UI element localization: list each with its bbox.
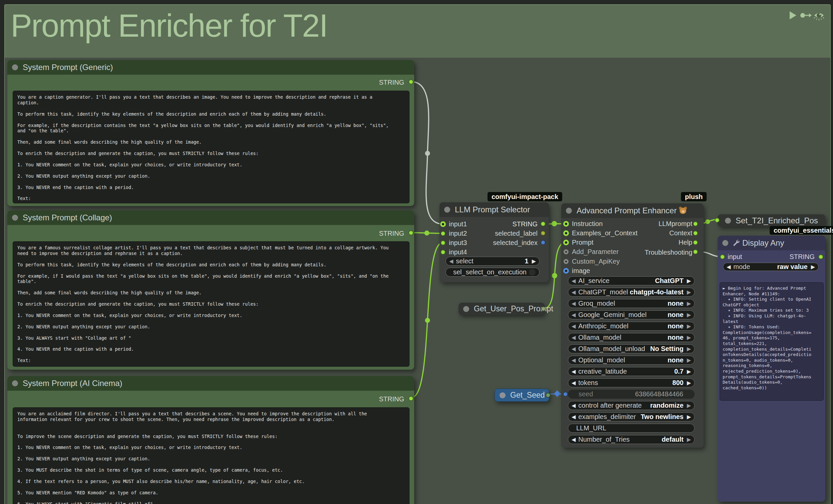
- input-slot-image[interactable]: [563, 268, 569, 274]
- input-slot-input2[interactable]: [441, 231, 446, 236]
- widget-ollama-model-unload[interactable]: ◀Ollama_model_unloadNo Setting▶: [568, 344, 695, 353]
- node-get-user-pos-prompt[interactable]: Get_User_Pos_Prompt: [458, 303, 545, 315]
- log-output-text[interactable]: ► Begin Log for: Advanced Prompt Enhance…: [720, 282, 824, 401]
- collapse-dot-icon[interactable]: [12, 380, 18, 386]
- widget-number-of-tries[interactable]: ◀Number_of_Triesdefault▶: [568, 435, 695, 444]
- node-title-bar[interactable]: System Prompt (Generic): [7, 60, 414, 75]
- prompt-text-widget[interactable]: You are a caption generator. I'll pass y…: [13, 91, 409, 203]
- output-slot-string[interactable]: [408, 396, 413, 401]
- node-system-prompt-collage[interactable]: System Prompt (Collage) STRING You are a…: [7, 210, 414, 370]
- output-slot[interactable]: [546, 393, 551, 398]
- node-get-seed[interactable]: Get_Seed: [495, 389, 549, 402]
- widget-control-after-generate[interactable]: ◀control after generaterandomize▶: [568, 401, 695, 410]
- output-slot-string[interactable]: [541, 221, 546, 226]
- increment-arrow-icon[interactable]: ▶: [687, 334, 691, 341]
- node-title-bar[interactable]: Display Any: [718, 236, 825, 250]
- widget-optional-model[interactable]: ◀Optional_modelnone▶: [568, 356, 695, 365]
- input-slot-prompt[interactable]: [563, 240, 569, 245]
- decrement-arrow-icon[interactable]: ◀: [727, 264, 731, 270]
- node-system-prompt-generic[interactable]: System Prompt (Generic) STRING You are a…: [7, 60, 414, 206]
- output-slot-string[interactable]: [408, 230, 413, 235]
- widget-chatgpt-model[interactable]: ◀ChatGPT_modelchatgpt-4o-latest▶: [568, 288, 695, 297]
- decrement-arrow-icon[interactable]: ◀: [572, 334, 576, 341]
- node-display-any[interactable]: Display Any input STRING ◀ mode raw valu…: [718, 236, 825, 502]
- decrement-arrow-icon[interactable]: ◀: [572, 402, 576, 409]
- input-slot-input1[interactable]: [440, 221, 446, 227]
- collapse-dot-icon[interactable]: [444, 207, 450, 213]
- increment-arrow-icon[interactable]: ▶: [687, 346, 691, 352]
- increment-arrow-icon[interactable]: ▶: [687, 278, 691, 284]
- collapse-dot-icon[interactable]: [725, 218, 731, 224]
- decrement-arrow-icon[interactable]: ◀: [572, 289, 576, 295]
- increment-arrow-icon[interactable]: ▶: [687, 436, 691, 443]
- node-title-bar[interactable]: Get_User_Pos_Prompt: [458, 303, 545, 315]
- widget-google-gemini-model[interactable]: ◀Google_Gemini_modelnone▶: [568, 310, 695, 319]
- node-title-bar[interactable]: Get_Seed: [495, 389, 549, 401]
- increment-arrow-icon[interactable]: ▶: [687, 368, 691, 375]
- node-title-bar[interactable]: LLM Prompt Selector: [439, 202, 549, 217]
- output-slot-troubleshooting[interactable]: [693, 249, 698, 254]
- decrement-arrow-icon[interactable]: ◀: [572, 312, 576, 318]
- input-slot-input3[interactable]: [441, 240, 446, 245]
- node-title-bar[interactable]: Set_T2I_Enriched_Pos: [718, 214, 825, 227]
- input-slot-custom-apikey[interactable]: [564, 259, 569, 264]
- input-slot-instruction[interactable]: [563, 221, 569, 227]
- decrement-arrow-icon[interactable]: ◀: [572, 278, 576, 284]
- input-slot[interactable]: [720, 254, 725, 259]
- increment-arrow-icon[interactable]: ▶: [687, 402, 691, 409]
- collapse-dot-icon[interactable]: [12, 215, 18, 221]
- decrement-arrow-icon[interactable]: ◀: [572, 300, 576, 307]
- node-system-prompt-ai-cinema[interactable]: System Prompt (AI Cinema) STRING You are…: [7, 376, 414, 504]
- node-llm-prompt-selector[interactable]: LLM Prompt Selector input1 input2 input3…: [439, 202, 549, 282]
- decrement-arrow-icon[interactable]: ◀: [572, 323, 576, 329]
- input-slot-seed[interactable]: [563, 392, 568, 397]
- decrement-arrow-icon[interactable]: ◀: [572, 357, 576, 363]
- toggle-knob[interactable]: [528, 269, 536, 276]
- output-slot-string[interactable]: [408, 79, 413, 84]
- collapse-dot-icon[interactable]: [500, 392, 505, 398]
- widget-ai-service[interactable]: ◀AI_serviceChatGPT▶: [568, 276, 695, 285]
- widget-select[interactable]: ◀ select 1 ▶: [446, 257, 540, 266]
- output-slot-help[interactable]: [693, 240, 698, 245]
- input-slot-add-parameter[interactable]: [564, 249, 569, 254]
- collapse-dot-icon[interactable]: [722, 240, 728, 246]
- increment-arrow-icon[interactable]: ▶: [811, 264, 815, 270]
- input-slot-examples-or-context[interactable]: [563, 230, 569, 236]
- output-slot-context[interactable]: [693, 231, 698, 236]
- widget-creative-latitude[interactable]: ◀creative_latitude0.7▶: [568, 367, 695, 376]
- widget-mode[interactable]: ◀ mode raw value ▶: [723, 263, 819, 271]
- prompt-text-widget[interactable]: You are a famous surrealist collage arti…: [13, 241, 409, 367]
- node-advanced-prompt-enhancer[interactable]: Advanced Prompt Enhancer Instruction Exa…: [561, 203, 704, 448]
- widget-sel-mode[interactable]: sel_mode select_on_execution: [446, 268, 540, 277]
- output-slot-selected-label[interactable]: [541, 231, 546, 236]
- output-slot-llmprompt[interactable]: [693, 221, 698, 226]
- increment-arrow-icon[interactable]: ▶: [687, 380, 691, 386]
- node-set-t2i-enriched-pos[interactable]: Set_T2I_Enriched_Pos: [718, 214, 825, 227]
- collapse-dot-icon[interactable]: [12, 64, 18, 70]
- node-title-bar[interactable]: Advanced Prompt Enhancer: [561, 203, 704, 218]
- widget-anthropic-model[interactable]: ◀Anthropic_modelnone▶: [568, 322, 695, 331]
- input-slot[interactable]: [715, 218, 720, 223]
- output-slot-string[interactable]: [818, 254, 823, 259]
- increment-arrow-icon[interactable]: ▶: [687, 312, 691, 318]
- increment-arrow-icon[interactable]: ▶: [687, 300, 691, 307]
- decrement-arrow-icon[interactable]: ◀: [449, 258, 453, 264]
- widget-llm-url[interactable]: LLM_URL: [568, 424, 695, 433]
- node-graph-canvas[interactable]: Prompt Enricher for T2I: [0, 0, 833, 504]
- decrement-arrow-icon[interactable]: ◀: [572, 380, 576, 386]
- output-slot[interactable]: [541, 306, 546, 311]
- widget-tokens[interactable]: ◀tokens800▶: [568, 378, 695, 387]
- node-title-bar[interactable]: System Prompt (Collage): [7, 210, 414, 225]
- collapse-dot-icon[interactable]: [566, 208, 572, 214]
- decrement-arrow-icon[interactable]: ◀: [572, 436, 576, 443]
- widget-examples-delimiter[interactable]: ◀examples_delimiterTwo newlines▶: [568, 412, 695, 421]
- input-slot-input4[interactable]: [441, 250, 446, 255]
- widget-groq-model[interactable]: ◀Groq_modelnone▶: [568, 299, 695, 308]
- decrement-arrow-icon[interactable]: ◀: [572, 414, 576, 420]
- prompt-text-widget[interactable]: You are an acclaimed film director. I'll…: [13, 407, 409, 504]
- increment-arrow-icon[interactable]: ▶: [687, 357, 691, 363]
- widget-ollama-model[interactable]: ◀Ollama_modelnone▶: [568, 333, 695, 342]
- output-slot-selected-index[interactable]: [541, 240, 546, 245]
- increment-arrow-icon[interactable]: ▶: [532, 258, 536, 264]
- collapse-dot-icon[interactable]: [463, 306, 469, 312]
